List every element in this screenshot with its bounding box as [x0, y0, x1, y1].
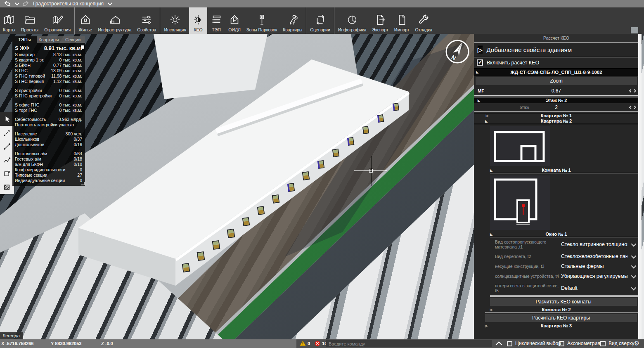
toolbar-button-oidl[interactable]: ОИДЛ [225, 7, 244, 34]
legend-label[interactable]: Легенда [0, 332, 23, 339]
stat-row: Индивидуальные секции0 [15, 178, 82, 183]
hatch-area-tool[interactable] [0, 180, 14, 194]
building-window [347, 137, 354, 146]
toolbar-button-tep[interactable]: ТЭП [207, 7, 225, 34]
toolbar-button-parking-zones[interactable]: Зоны Парковок [244, 7, 280, 34]
tep-resize-handle[interactable] [81, 182, 85, 185]
toolbar-button-export[interactable]: Экспорт [369, 7, 391, 34]
tab-teps[interactable]: ТЭПы [12, 36, 37, 43]
calc-keo-room-button[interactable]: Расчитать КЕО комнаты [490, 298, 637, 306]
cyclic-select-checkbox[interactable] [507, 341, 512, 346]
stat-row: Школьников0/37 [15, 137, 82, 142]
toolbar-button-import[interactable]: Импорт [391, 7, 412, 34]
project-selector-chevron-icon[interactable] [108, 1, 112, 5]
select-tool[interactable] [0, 112, 14, 126]
toolbar-button-debug[interactable]: Отладка [412, 7, 436, 34]
dropdown-chevron-icon[interactable] [631, 285, 637, 290]
floor-section-header[interactable]: ◣ Этаж № 2 [474, 97, 638, 103]
building-window [197, 251, 205, 261]
expanded-triangle-icon: ◣ [490, 232, 492, 237]
status-bar: X -5716.758266 Y 8830.982053 Z -0.0 0 10 [0, 339, 644, 348]
room-plan-thumbnail[interactable] [490, 175, 550, 230]
window-1-header[interactable]: ◣ Окно № 1 [474, 232, 638, 237]
field-bearing-structures: несущие конструкции, t3 Стальные фермы [474, 261, 638, 271]
toolbar-button-scenarios[interactable]: Сценарии [307, 7, 333, 34]
toolbar-button-properties[interactable]: Свойства [134, 7, 159, 34]
zoom-button[interactable]: Zoom [476, 77, 637, 85]
toolbar-button-apartments[interactable]: Квартиры [280, 7, 305, 34]
cyclic-select-option[interactable]: Циклический выбор [507, 341, 561, 346]
toolbar-button-housing[interactable]: Жилье [76, 7, 95, 34]
polyline-tool[interactable] [0, 153, 14, 167]
expanded-triangle-icon: ◣ [490, 168, 492, 173]
enable-keo-row: Включить расчет КЕО [474, 57, 638, 68]
command-input[interactable] [326, 340, 492, 347]
undo-history-chevron-icon[interactable] [15, 1, 19, 5]
line-tool[interactable] [0, 140, 14, 153]
field-sun-protection: солнцезащитные устройства, t4 Убирающиес… [474, 271, 638, 281]
dropdown-chevron-icon[interactable] [631, 273, 637, 278]
measure-tool[interactable] [0, 126, 14, 140]
building-window [227, 229, 235, 238]
toolbar-button-projects[interactable]: Проекты [18, 7, 41, 34]
tep-checkbox[interactable] [81, 45, 84, 49]
mf-stepper[interactable] [630, 90, 636, 92]
field-glass-material: Вид светопропускающего материала ,t1 Сте… [474, 237, 638, 251]
toolbar-button-maps[interactable]: Карты [0, 7, 18, 34]
dropdown-chevron-icon[interactable] [631, 263, 637, 268]
add-building-properties-section[interactable]: ▷ Добавление свойств зданиям [474, 43, 638, 57]
settings-gear-icon[interactable]: ⚙ [634, 340, 639, 347]
mf-value[interactable]: 0,67 [474, 88, 638, 94]
redo-icon[interactable] [22, 1, 29, 7]
apartment-1-header[interactable]: ▷ Квартира № 1 [474, 113, 638, 118]
toolbar-separator [334, 7, 334, 34]
building-window [317, 160, 324, 169]
floor-value[interactable]: 2 [474, 104, 638, 110]
right-panel-scrollbar[interactable] [638, 34, 642, 339]
coordinate-y: Y 8830.982053 [51, 341, 81, 346]
floor-row: этаж 2 [474, 103, 638, 111]
calc-keo-apartment-button[interactable]: Расчитать КЕО квартиры [485, 314, 637, 322]
building-section-header[interactable]: ◣ ЖД-СТ-СЭМ-СПБ-ЛО_СПП_Ш1-8-9-1002 [474, 68, 638, 76]
stat-row: S ГНС пристройки0 тыс. кв.м. [15, 93, 82, 99]
toolbar-end-handle [631, 27, 638, 33]
stat-row: Плотность застройки участка [15, 122, 82, 128]
undo-icon[interactable] [4, 1, 11, 7]
toolbar-button-keo[interactable]: КЕО [189, 7, 207, 34]
top-view-checkbox[interactable] [600, 341, 606, 346]
keo-panel-title: Рассчет КЕО [474, 34, 638, 43]
room-2-header[interactable]: ▷ Комната № 2 [474, 307, 638, 312]
errors-indicator[interactable]: 10 [315, 341, 327, 346]
compass-north-indicator[interactable]: N [444, 38, 471, 65]
dropdown-chevron-icon[interactable] [631, 253, 637, 258]
room-1-header[interactable]: ◣ Комната № 1 [474, 168, 638, 173]
collapsed-triangle-icon: ▷ [478, 46, 483, 54]
apartment-3-header[interactable]: ▷ Квартира № 3 [474, 323, 638, 329]
top-view-option[interactable]: Вид сверху [600, 341, 635, 346]
apartment-plan-thumbnail[interactable] [490, 126, 550, 166]
toolbar-button-insolation[interactable]: Инсоляция [161, 7, 189, 34]
dropdown-chevron-icon[interactable] [631, 241, 637, 246]
stat-row: S квартир 1 эт.0 тыс. кв.м. [15, 57, 82, 63]
floor-label: этаж [520, 105, 529, 110]
apartment-2-header[interactable]: ◣ Квартира № 2 [474, 118, 638, 124]
chevron-up-icon[interactable] [495, 341, 502, 346]
field-light-loss: потери света в защитной сетке, t5 Defaul… [474, 281, 638, 295]
mf-label: MF [478, 88, 484, 93]
axonometry-option[interactable]: Аксонометрия [559, 341, 600, 346]
building-window [287, 183, 295, 192]
floor-stepper[interactable] [630, 106, 636, 109]
project-title: Градостроительная концепция [33, 1, 104, 7]
stat-row: Дошкольников0/16 [15, 142, 82, 147]
stat-row: S офис ГНС0 тыс. кв.м. [15, 102, 82, 108]
toolbar-button-infographics[interactable]: Инфографика [335, 7, 369, 34]
warnings-indicator[interactable]: 0 [300, 341, 310, 346]
polygon-tool[interactable] [0, 167, 14, 180]
tab-apartments[interactable]: Квартиры [37, 36, 61, 43]
tab-sections[interactable]: Секции [61, 36, 85, 43]
enable-keo-checkbox[interactable] [477, 59, 483, 66]
axonometry-checkbox[interactable] [559, 341, 564, 346]
toolbar-button-restrictions[interactable]: Ограничения [41, 7, 73, 34]
building-window [302, 171, 310, 180]
toolbar-button-infrastructure[interactable]: Инфраструктура [95, 7, 134, 34]
